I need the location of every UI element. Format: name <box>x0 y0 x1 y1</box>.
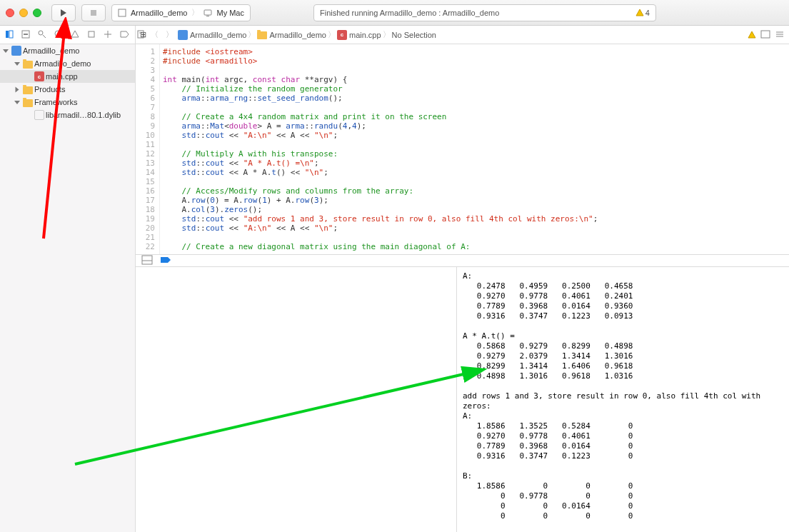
minimize-window-button[interactable] <box>19 9 28 17</box>
hide-debug-area-button[interactable] <box>141 255 153 266</box>
debug-navigator-tab[interactable] <box>103 29 113 41</box>
console-text: A: 0.2478 0.4959 0.2500 0.4658 0.9270 0.… <box>463 271 760 532</box>
library-icon <box>34 110 44 120</box>
svg-rect-2 <box>204 10 211 15</box>
traffic-lights <box>6 9 41 17</box>
navigator-tabs <box>0 26 136 44</box>
group-armadillo-demo[interactable]: Armadillo_demo <box>0 57 135 70</box>
disclosure-triangle-icon[interactable] <box>14 101 20 104</box>
svg-line-9 <box>43 35 46 38</box>
file-label: main.cpp <box>46 72 78 81</box>
code-body[interactable]: #include <iostream> #include <armadillo>… <box>160 44 789 254</box>
titlebar: Armadillo_demo 〉 My Mac Finished running… <box>0 0 789 26</box>
project-root-row[interactable]: Armadillo_demo <box>0 44 135 57</box>
file-dylib[interactable]: libarmadil…80.1.dylib <box>0 109 135 121</box>
disclosure-triangle-icon[interactable] <box>3 49 9 53</box>
file-label: libarmadil…80.1.dylib <box>46 111 121 119</box>
xcode-project-icon <box>11 46 21 56</box>
svg-rect-12 <box>89 31 94 37</box>
breakpoints-toggle[interactable] <box>160 255 171 266</box>
breakpoint-navigator-tab[interactable] <box>119 29 129 41</box>
scheme-target: My Mac <box>216 9 244 17</box>
warnings-indicator[interactable]: 4 <box>635 9 650 17</box>
source-control-navigator-tab[interactable] <box>21 29 31 41</box>
test-navigator-tab[interactable] <box>86 29 96 41</box>
group-products[interactable]: Products <box>0 83 135 96</box>
play-icon <box>59 9 68 17</box>
navigator-toolbar: ⊞ 〈 〉 Armadillo_demo 〉 Armadillo_demo 〉 … <box>0 26 789 44</box>
jump-project-label: Armadillo_demo <box>190 31 246 39</box>
scheme-sep: 〉 <box>191 7 199 18</box>
mac-icon <box>203 9 212 17</box>
symbol-navigator-tab[interactable] <box>37 29 47 41</box>
source-editor[interactable]: 1 2 3 4 5 6 7 8 9 10 11 12 13 14 15 16 1… <box>136 44 789 255</box>
warnings-count: 4 <box>645 9 650 17</box>
related-items-icon[interactable]: ⊞ <box>140 30 146 39</box>
disclosure-triangle-icon[interactable] <box>14 62 20 66</box>
run-button[interactable] <box>51 4 76 21</box>
svg-rect-17 <box>761 31 770 38</box>
target-icon <box>118 9 126 17</box>
disclosure-triangle-icon[interactable] <box>16 86 19 92</box>
folder-icon <box>23 61 33 69</box>
assistant-layout-icon[interactable] <box>760 29 770 41</box>
cpp-file-icon: c <box>337 30 347 40</box>
folder-icon <box>23 99 33 107</box>
jump-group[interactable]: Armadillo_demo <box>257 31 326 39</box>
project-navigator[interactable]: Armadillo_demo Armadillo_demo c main.cpp… <box>0 44 136 532</box>
svg-rect-5 <box>9 31 13 38</box>
find-navigator-tab[interactable] <box>54 29 64 41</box>
group-frameworks[interactable]: Frameworks <box>0 96 135 109</box>
svg-point-10 <box>55 31 61 36</box>
jump-file-label: main.cpp <box>349 31 381 39</box>
jump-group-label: Armadillo_demo <box>269 31 326 39</box>
zoom-window-button[interactable] <box>33 9 41 17</box>
group-label: Products <box>34 85 65 94</box>
xcode-project-icon <box>178 30 188 40</box>
variables-view[interactable] <box>136 267 457 532</box>
project-root-label: Armadillo_demo <box>23 46 79 55</box>
folder-icon <box>257 31 267 39</box>
project-navigator-tab[interactable] <box>4 29 14 41</box>
svg-rect-0 <box>91 10 96 16</box>
jump-bar[interactable]: ⊞ 〈 〉 Armadillo_demo 〉 Armadillo_demo 〉 … <box>136 26 789 44</box>
jump-warning-badge[interactable] <box>748 31 756 39</box>
issue-navigator-tab[interactable] <box>70 29 80 41</box>
back-button[interactable]: 〈 <box>148 29 161 40</box>
jump-project[interactable]: Armadillo_demo <box>178 30 246 40</box>
scheme-project: Armadillo_demo <box>131 9 187 17</box>
svg-rect-3 <box>206 16 209 16</box>
group-label: Armadillo_demo <box>34 59 91 68</box>
group-label: Frameworks <box>34 98 78 106</box>
warning-icon <box>635 9 644 17</box>
svg-rect-4 <box>6 31 9 38</box>
svg-rect-21 <box>142 256 152 264</box>
cpp-file-icon: c <box>34 71 44 81</box>
svg-point-8 <box>39 31 43 35</box>
jump-selection[interactable]: No Selection <box>392 31 436 39</box>
activity-status[interactable]: Finished running Armadillo_demo : Armadi… <box>313 4 656 21</box>
jump-file[interactable]: cmain.cpp <box>337 30 381 40</box>
stop-icon <box>89 9 98 17</box>
file-main-cpp[interactable]: c main.cpp <box>0 70 135 83</box>
status-text: Finished running Armadillo_demo : Armadi… <box>320 9 499 17</box>
svg-line-11 <box>60 36 63 39</box>
console-output[interactable]: A: 0.2478 0.4959 0.2500 0.4658 0.9270 0.… <box>457 267 789 532</box>
forward-button[interactable]: 〉 <box>163 29 176 40</box>
svg-rect-1 <box>119 9 126 16</box>
scheme-selector[interactable]: Armadillo_demo 〉 My Mac <box>111 4 251 21</box>
debug-toolbar <box>136 255 789 267</box>
svg-rect-7 <box>24 34 28 35</box>
stop-button[interactable] <box>81 4 106 21</box>
folder-icon <box>23 86 33 94</box>
code-review-icon[interactable] <box>775 29 785 41</box>
close-window-button[interactable] <box>6 9 14 17</box>
line-gutter[interactable]: 1 2 3 4 5 6 7 8 9 10 11 12 13 14 15 16 1… <box>136 44 160 254</box>
